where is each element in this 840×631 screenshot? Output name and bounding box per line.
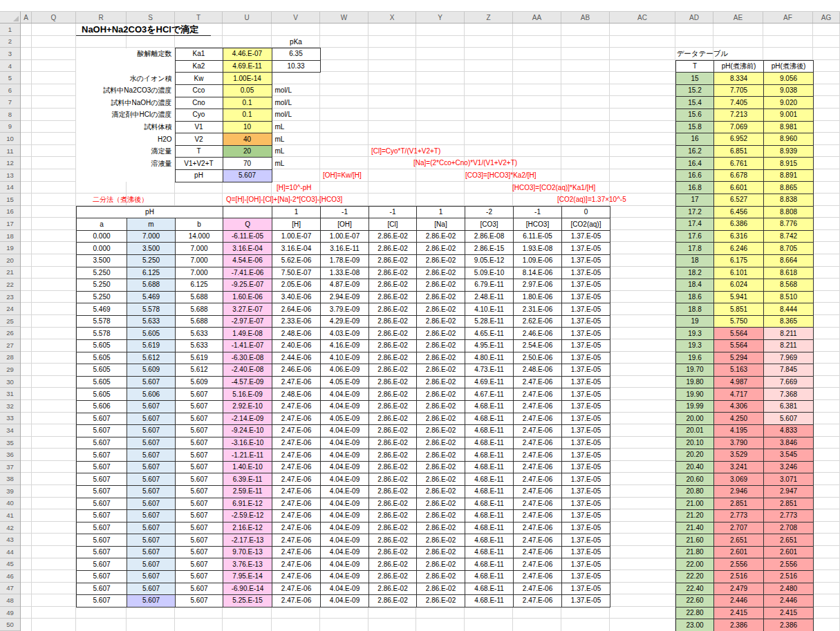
row-header-50[interactable]: 50 — [0, 619, 20, 631]
cell[interactable]: 1.33.E-08 — [321, 267, 369, 279]
cell[interactable]: 1.37.E-05 — [562, 534, 610, 547]
cell[interactable]: 2.47.E-06 — [272, 534, 321, 547]
cell[interactable]: [OH] — [321, 218, 369, 231]
cell[interactable]: 1.37.E-05 — [562, 279, 610, 292]
cell[interactable]: 5.607 — [127, 558, 176, 571]
cell[interactable]: 2.48.E-06 — [272, 328, 321, 340]
row-header-45[interactable]: 45 — [0, 558, 20, 571]
cell[interactable]: 22.20 — [676, 570, 714, 583]
row-header-48[interactable]: 48 — [0, 594, 20, 607]
cell[interactable]: 7.000 — [127, 230, 176, 243]
cell[interactable]: 2.50.E-06 — [514, 352, 562, 364]
cell[interactable]: [H] — [272, 218, 321, 231]
cell[interactable]: 6.316 — [714, 230, 764, 243]
cell[interactable]: 1.09.E-06 — [514, 255, 562, 267]
cell[interactable]: 16.2 — [676, 145, 714, 158]
cell[interactable]: 5.607 — [176, 546, 223, 558]
cell[interactable]: 5.607 — [77, 473, 127, 486]
cell[interactable]: 6.39.E-11 — [223, 473, 272, 486]
cell[interactable] — [272, 73, 320, 85]
cell[interactable]: 19 — [676, 315, 714, 328]
cell[interactable]: 2.86.E-02 — [417, 558, 465, 571]
cell[interactable]: 18.8 — [676, 303, 714, 316]
cell[interactable]: 21.80 — [676, 546, 714, 558]
cell[interactable]: 1.00.E-07 — [321, 230, 369, 243]
cell[interactable]: 2.47.E-06 — [272, 461, 321, 473]
cell[interactable]: 1.37.E-05 — [562, 340, 610, 352]
cell[interactable]: 8.365 — [764, 315, 814, 328]
column-header-W[interactable]: W — [320, 12, 368, 23]
cell[interactable]: 2.86.E-08 — [465, 230, 514, 243]
cell[interactable]: 2.86.E-02 — [417, 376, 465, 388]
cell[interactable]: 17 — [676, 194, 714, 207]
cell[interactable]: 4.10.E-11 — [465, 303, 514, 316]
cell[interactable]: 5.605 — [77, 364, 127, 377]
row-header-11[interactable]: 11 — [0, 145, 20, 158]
cell[interactable]: 4.69.E-11 — [465, 376, 514, 388]
column-header-T[interactable]: T — [175, 12, 223, 23]
cell[interactable]: 16 — [676, 133, 714, 146]
cell[interactable]: 6.91.E-12 — [223, 498, 272, 510]
column-header-V[interactable]: V — [272, 12, 320, 23]
cell[interactable]: 15.2 — [676, 84, 714, 97]
cell[interactable]: 5.851 — [714, 303, 764, 316]
cell[interactable]: 6.527 — [714, 194, 764, 207]
cell[interactable]: 2.480 — [764, 583, 814, 595]
cell[interactable]: -3.16.E-10 — [223, 437, 272, 449]
cell[interactable]: 1.37.E-05 — [562, 328, 610, 340]
cell[interactable]: -2.14.E-09 — [223, 413, 272, 425]
cell[interactable]: 2.86.E-02 — [417, 255, 465, 267]
row-header-2[interactable]: 2 — [0, 36, 20, 48]
cell[interactable]: 5.619 — [176, 352, 223, 364]
cell[interactable]: 23.00 — [676, 619, 714, 631]
cell[interactable]: 1 — [272, 206, 321, 218]
cell[interactable]: 5.607 — [176, 485, 223, 498]
cell[interactable]: 21.00 — [676, 498, 714, 510]
cell[interactable]: 2.47.E-06 — [272, 425, 321, 437]
cell[interactable]: 7.000 — [176, 267, 223, 279]
cell[interactable]: 5.605 — [77, 376, 127, 388]
cell[interactable]: H2O — [76, 133, 175, 146]
cell[interactable]: 2.86.E-02 — [369, 388, 417, 401]
cell[interactable]: 0.1 — [223, 109, 272, 122]
cell[interactable]: 1.37.E-05 — [562, 352, 610, 364]
cell[interactable]: 20 — [223, 145, 272, 158]
cell[interactable]: 8.838 — [764, 194, 814, 207]
cell[interactable]: 4.68.E-11 — [465, 595, 514, 608]
cell[interactable]: 2.86.E-02 — [369, 498, 417, 510]
cell[interactable]: 2.47.E-06 — [514, 510, 562, 522]
row-header-30[interactable]: 30 — [0, 376, 20, 388]
cell[interactable]: 2.415 — [714, 607, 764, 619]
cell[interactable]: 1.80.E-06 — [514, 291, 562, 303]
cell[interactable]: 1.37.E-05 — [562, 571, 610, 583]
cell[interactable]: 5.605 — [77, 340, 127, 352]
cell[interactable]: 2.86.E-02 — [369, 230, 417, 243]
cell[interactable]: 2.47.E-06 — [272, 571, 321, 583]
cell[interactable]: 3.069 — [714, 473, 764, 486]
cell[interactable]: 4.68.E-11 — [465, 534, 514, 547]
cell[interactable]: 試料中Na2CO3の濃度 — [76, 84, 175, 97]
cell[interactable]: -4.57.E-09 — [223, 376, 272, 388]
cell[interactable]: 5.941 — [714, 291, 764, 303]
cell[interactable]: 2.86.E-02 — [369, 510, 417, 522]
cell[interactable]: 2.446 — [714, 595, 764, 608]
cell[interactable]: 5.606 — [77, 400, 127, 413]
cell[interactable]: 2.446 — [764, 595, 814, 608]
cell[interactable]: 2.47.E-06 — [514, 461, 562, 473]
cell[interactable]: 5.607 — [127, 449, 176, 462]
cell[interactable]: 5.607 — [127, 376, 176, 388]
cell[interactable]: 18.6 — [676, 291, 714, 303]
cell[interactable]: 2.708 — [764, 522, 814, 534]
cell[interactable]: 22.60 — [676, 595, 714, 608]
cell[interactable]: 2.86.E-02 — [369, 376, 417, 388]
cell[interactable]: 4.73.E-11 — [465, 364, 514, 377]
cell[interactable]: Ka1 — [175, 48, 223, 61]
cell[interactable]: 2.556 — [764, 558, 814, 571]
cell[interactable]: 5.16.E-09 — [223, 388, 272, 401]
cell[interactable]: [CO3] — [465, 218, 514, 231]
row-header-27[interactable]: 27 — [0, 339, 20, 352]
cell[interactable]: 15.4 — [676, 97, 714, 109]
cell[interactable]: 19.3 — [676, 328, 714, 340]
cell[interactable]: 4.68.E-11 — [465, 449, 514, 462]
cell[interactable]: 2.86.E-02 — [369, 413, 417, 425]
